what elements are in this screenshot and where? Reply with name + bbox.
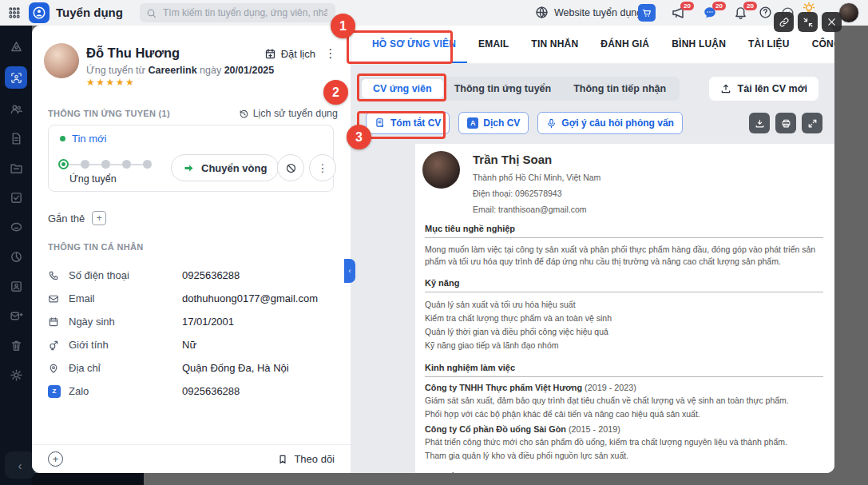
info-row-birthday: Ngày sinh 17/01/2001 [48, 310, 338, 333]
sidebar-item-campaigns[interactable] [6, 306, 26, 325]
cv-location: Thành phố Hồ Chí Minh, Việt Nam [473, 173, 600, 182]
follow-button[interactable]: Theo dõi [277, 453, 335, 465]
sidebar-item-inbox[interactable] [6, 217, 26, 237]
history-link[interactable]: Lịch sử tuyển dụng [239, 108, 338, 119]
tab-binh-luan[interactable]: BÌNH LUẬN [660, 26, 737, 63]
green-dot-icon [60, 136, 65, 141]
candidate-avatar [44, 43, 79, 78]
add-tag-button[interactable]: + [92, 211, 106, 225]
application-section-title: THÔNG TIN ỨNG TUYỂN (1) [48, 109, 170, 118]
subtab-thong-tin-ung-tuyen[interactable]: Thông tin ứng tuyển [443, 79, 563, 98]
messages-badge: 20 [712, 2, 726, 10]
cv-skill-item: Kiểm tra chất lượng thực phẩm và an toàn… [425, 312, 823, 325]
app-launcher-icon[interactable] [8, 6, 21, 19]
cv-experience-title: Kinh nghiệm làm việc [425, 363, 823, 377]
cv-actions [749, 113, 822, 133]
global-search[interactable] [140, 3, 335, 22]
cv-email: Email: tranthisoan@gmail.com [473, 205, 587, 214]
history-icon [239, 109, 249, 119]
tab-tin-nhan[interactable]: TIN NHẮN [520, 26, 589, 63]
sidebar-collapse-button[interactable]: ‹ [5, 451, 35, 479]
green-arrow-icon [183, 162, 195, 174]
job-status-label[interactable]: Tin mới [72, 133, 106, 145]
shrink-icon[interactable] [798, 12, 818, 32]
app-title: Tuyển dụng [56, 6, 123, 19]
annotation-box-2 [357, 74, 446, 101]
close-icon[interactable] [822, 12, 842, 32]
applied-source: Careerlink [148, 65, 196, 76]
app-sidebar [0, 26, 32, 485]
app-logo-icon[interactable] [29, 2, 50, 23]
panel-collapse-handle[interactable]: ‹ [344, 259, 355, 283]
reject-button[interactable] [277, 154, 304, 181]
candidate-name: Đỗ Thu Hương [86, 46, 180, 61]
sidebar-item-users[interactable] [6, 99, 26, 118]
tab-email[interactable]: EMAIL [467, 26, 520, 63]
bookmark-icon [277, 454, 288, 465]
info-row-email: Email dothuhuong0177@gmail.com [48, 287, 338, 310]
cv-objective-title: Mục tiêu nghề nghiệp [425, 224, 823, 238]
search-icon [146, 8, 157, 18]
print-icon[interactable] [775, 113, 796, 133]
cv-exp-line: Phối hợp với các bộ phận khác để cải tiế… [425, 408, 823, 419]
application-section-header: THÔNG TIN ỨNG TUYỂN (1) Lịch sử tuyển dụ… [48, 108, 338, 119]
mail-icon [48, 293, 69, 304]
stage-step[interactable] [122, 160, 131, 169]
more-actions-icon[interactable]: ⋮ [323, 46, 338, 61]
notifications-badge: 20 [743, 2, 757, 10]
link-icon[interactable] [774, 12, 794, 32]
application-stage-card: Tin mới Ứng tuyển Chuyển vòng ⋮ [48, 125, 334, 192]
sidebar-item-trash[interactable] [6, 336, 26, 355]
cart-icon[interactable] [638, 4, 656, 22]
calendar-icon [48, 316, 69, 328]
stage-more-button[interactable]: ⋮ [309, 154, 336, 181]
stage-step-active[interactable] [58, 159, 69, 169]
subtab-thong-tin-tiep-nhan[interactable]: Thông tin tiếp nhận [562, 79, 677, 98]
cv-exp-line: Tham gia quản lý kho và điều phối nguồn … [425, 450, 823, 461]
tags-label: Gắn thẻ [48, 213, 85, 225]
annotation-box-1 [347, 30, 453, 64]
announcements-icon[interactable]: 20 [671, 6, 685, 20]
cv-company-2: Công ty Cổ phần Đồ uống Sài Gòn (2015 - … [425, 424, 823, 434]
info-row-zalo: Z Zalo 0925636288 [48, 380, 338, 403]
job-status[interactable]: Tin mới [60, 133, 106, 145]
sidebar-item-dashboard[interactable] [6, 37, 26, 56]
interview-questions-button[interactable]: Gợi ý câu hỏi phỏng vấn [537, 112, 683, 134]
add-button[interactable]: + [48, 451, 63, 467]
move-round-button[interactable]: Chuyển vòng [171, 154, 279, 181]
calendar-plus-icon [264, 48, 276, 60]
notifications-icon[interactable]: 20 [734, 6, 747, 19]
sidebar-item-folders[interactable] [6, 158, 26, 177]
slash-circle-icon [285, 162, 297, 174]
help-icon[interactable] [759, 6, 772, 19]
sidebar-item-reports[interactable] [6, 247, 26, 266]
personal-section-title: THÔNG TIN CÁ NHÂN [48, 242, 143, 252]
upload-cv-button[interactable]: Tải lên CV mới [709, 77, 818, 101]
candidate-panel: Đỗ Thu Hương Đặt lịch ⋮ Ứng tuyển từ Car… [32, 26, 351, 473]
sidebar-item-candidates[interactable] [5, 66, 27, 89]
sidebar-item-profiles[interactable] [6, 276, 26, 296]
sidebar-item-jobs[interactable] [6, 129, 26, 148]
cv-skill-item: Quản lý sản xuất và tối ưu hóa hiệu suất [425, 298, 823, 312]
website-globe-icon[interactable] [535, 6, 549, 19]
annotation-circle-2: 2 [323, 80, 348, 105]
tab-danh-gia[interactable]: ĐÁNH GIÁ [589, 26, 660, 63]
fullscreen-icon[interactable] [802, 113, 822, 133]
rating-stars[interactable]: ★★★★★ [86, 77, 135, 88]
translate-cv-button[interactable]: A Dịch CV [458, 112, 529, 134]
panel-footer: + Theo dõi [32, 444, 351, 473]
sidebar-item-tasks[interactable] [6, 188, 26, 207]
messages-icon[interactable]: 20 [703, 6, 717, 20]
stage-label: Ứng tuyển [69, 173, 117, 185]
download-icon[interactable] [749, 113, 770, 133]
tags-row: Gắn thẻ + [48, 211, 106, 225]
info-row-phone: Số điện thoại 0925636288 [48, 264, 338, 287]
sidebar-item-settings[interactable] [6, 365, 26, 384]
stage-step[interactable] [81, 160, 89, 169]
cv-document[interactable]: Trần Thị Soan Thành phố Hồ Chí Minh, Việ… [415, 144, 834, 473]
search-input[interactable] [161, 6, 329, 19]
website-link[interactable]: Website tuyển dụng [554, 7, 642, 18]
schedule-button[interactable]: Đặt lịch [264, 48, 315, 60]
stage-step[interactable] [143, 160, 152, 169]
stage-step[interactable] [101, 160, 110, 169]
